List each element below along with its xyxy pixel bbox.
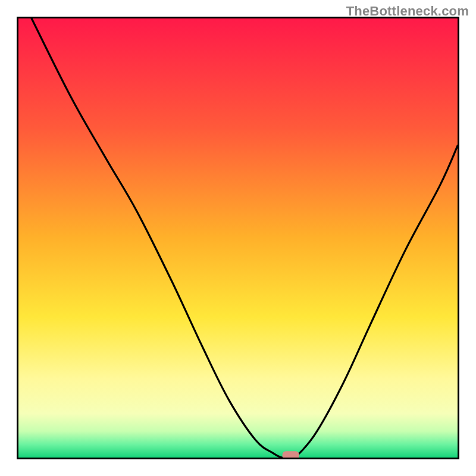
watermark: TheBottleneck.com: [346, 4, 469, 19]
chart-overlay: [18, 18, 458, 458]
chart-marker: [283, 451, 299, 458]
chart-plot-area: [17, 17, 459, 459]
chart-curve: [32, 18, 458, 458]
